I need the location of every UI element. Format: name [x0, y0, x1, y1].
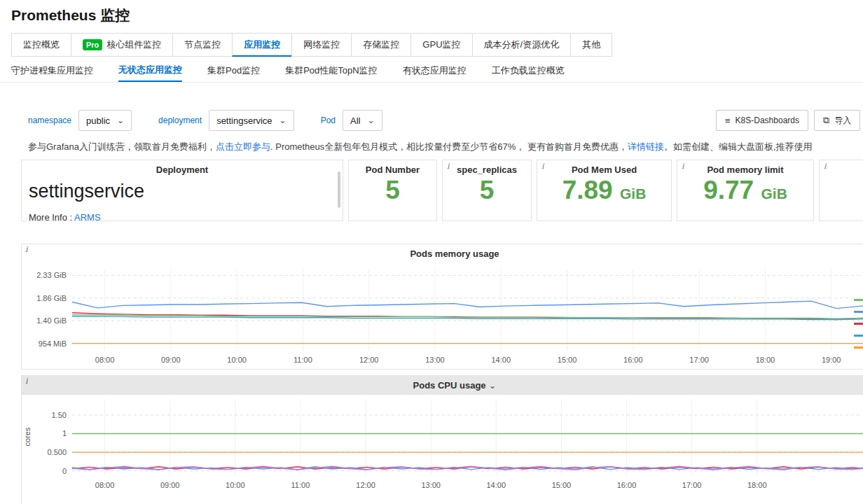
svg-text:13:00: 13:00 [425, 356, 445, 364]
deployment-select[interactable]: settingservice ⌄ [209, 110, 294, 131]
namespace-label[interactable]: namespace [28, 115, 71, 125]
info-icon[interactable]: i [682, 162, 684, 171]
svg-text:1: 1 [62, 429, 67, 438]
tab-daemonset-app[interactable]: 守护进程集应用监控 [11, 59, 93, 82]
tab-label: GPU监控 [422, 38, 460, 51]
hamburger-icon: ≡ [725, 115, 731, 126]
tab-overview[interactable]: 监控概览 [11, 33, 71, 57]
svg-text:15:00: 15:00 [558, 356, 577, 364]
stat-panel-partial: i [819, 160, 863, 221]
svg-text:15:00: 15:00 [552, 481, 572, 489]
variable-filter-bar: namespace public ⌄ deployment settingser… [28, 109, 382, 132]
tab-network-monitoring[interactable]: 网络监控 [291, 33, 352, 57]
tab-label: 存储监控 [363, 38, 399, 51]
pods-memory-usage-panel: i Pods memory usage 08:0009:0010:0011:00… [21, 244, 863, 370]
spec-replicas-value: 5 [443, 176, 531, 206]
info-icon[interactable]: i [25, 377, 28, 386]
mem-used-unit: GiB [620, 186, 646, 202]
tab-label: 工作负载监控概览 [492, 64, 565, 77]
tab-core-components[interactable]: Pro 核心组件监控 [71, 33, 173, 57]
tab-storage-monitoring[interactable]: 存储监控 [351, 33, 411, 57]
pods-cpu-usage-panel: i Pods CPU usage⌄ 08:0009:0010:0011:0012… [21, 375, 863, 504]
tab-label: 集群Pod性能TopN监控 [285, 64, 377, 77]
chevron-down-icon: ⌄ [367, 116, 374, 125]
tab-stateful-app[interactable]: 有状态应用监控 [403, 59, 467, 82]
info-icon[interactable]: i [25, 245, 28, 254]
notice-text: 。如需创建、编辑大盘面板,推荐使用 [664, 141, 813, 152]
tab-label: 核心组件监控 [106, 38, 161, 51]
pod-label[interactable]: Pod [321, 115, 336, 125]
stat-panel-mem-used: i Pod Mem Used 7.89 GiB [537, 160, 672, 221]
tab-cost-analysis[interactable]: 成本分析/资源优化 [472, 33, 572, 57]
stat-title: Pod Mem Used [537, 164, 671, 175]
svg-text:1.50: 1.50 [52, 411, 67, 419]
svg-text:08:00: 08:00 [95, 481, 115, 489]
tab-label: 成本分析/资源优化 [484, 38, 560, 51]
more-info-text: More Info : ARMS [29, 212, 101, 221]
tab-cluster-pod[interactable]: 集群Pod监控 [207, 59, 260, 82]
stat-title: Pod Number [349, 164, 436, 175]
cpu-chart-title[interactable]: Pods CPU usage⌄ [22, 376, 863, 396]
deployment-select-value: settingservice [216, 115, 272, 126]
svg-text:18:00: 18:00 [747, 481, 767, 489]
svg-text:09:00: 09:00 [160, 481, 180, 489]
deployment-label[interactable]: deployment [158, 115, 202, 125]
namespace-select[interactable]: public ⌄ [78, 110, 132, 131]
info-icon[interactable]: i [447, 162, 450, 171]
svg-text:14:00: 14:00 [491, 356, 511, 364]
tab-other[interactable]: 其他 [570, 33, 612, 57]
divider [0, 82, 863, 83]
svg-text:1.86 GiB: 1.86 GiB [36, 294, 67, 302]
cpu-panel-header[interactable]: i Pods CPU usage⌄ [22, 376, 863, 395]
svg-text:17:00: 17:00 [682, 481, 702, 489]
info-icon[interactable]: i [541, 162, 544, 171]
svg-text:11:00: 11:00 [294, 356, 312, 364]
tab-pod-topn[interactable]: 集群Pod性能TopN监控 [285, 59, 377, 82]
svg-text:0.500: 0.500 [47, 448, 67, 456]
secondary-tab-bar: 守护进程集应用监控 无状态应用监控 集群Pod监控 集群Pod性能TopN监控 … [11, 59, 565, 82]
tab-label: 守护进程集应用监控 [11, 64, 93, 77]
tab-app-monitoring[interactable]: 应用监控 [232, 33, 292, 57]
notice-text: 参与Grafana入门训练营，领取首月免费福利， [28, 141, 216, 152]
deployment-value: settingservice [29, 181, 343, 202]
k8s-dashboards-label: K8S-Dashboards [736, 115, 799, 125]
tab-label: 监控概览 [23, 38, 60, 51]
scrollbar-thumb[interactable] [338, 172, 340, 208]
import-button[interactable]: ⧉ 导入 [814, 110, 860, 131]
tab-gpu-monitoring[interactable]: GPU监控 [410, 33, 472, 57]
memory-chart-canvas[interactable]: 08:0009:0010:0011:0012:0013:0014:0015:00… [22, 264, 863, 368]
tab-workload-overview[interactable]: 工作负载监控概览 [492, 59, 565, 82]
external-link-icon: ⧉ [823, 115, 829, 126]
mem-limit-number: 9.77 [703, 176, 754, 204]
svg-text:16:00: 16:00 [623, 356, 643, 364]
svg-text:16:00: 16:00 [617, 481, 637, 489]
k8s-dashboards-button[interactable]: ≡ K8S-Dashboards [716, 110, 808, 131]
promo-notice: 参与Grafana入门训练营，领取首月免费福利，点击立即参与. Promethe… [28, 141, 813, 153]
svg-text:19:00: 19:00 [822, 356, 841, 364]
details-link[interactable]: 详情链接 [628, 141, 664, 152]
tab-label: 集群Pod监控 [207, 64, 260, 77]
pod-select-value: All [350, 115, 360, 126]
pod-select[interactable]: All ⌄ [343, 110, 382, 131]
stat-panel-mem-limit: i Pod memory limit 9.77 GiB [677, 160, 814, 221]
primary-tab-bar: 监控概览 Pro 核心组件监控 节点监控 应用监控 网络监控 存储监控 GPU监… [11, 33, 612, 57]
info-icon[interactable]: i [824, 162, 827, 171]
pro-badge: Pro [83, 39, 102, 50]
tab-label: 应用监控 [244, 38, 280, 51]
tab-node-monitoring[interactable]: 节点监控 [172, 33, 233, 57]
mem-limit-value: 9.77 GiB [677, 176, 813, 206]
cpu-chart-canvas[interactable]: 08:0009:0010:0011:0012:0013:0014:0015:00… [22, 395, 863, 493]
memory-panel-header[interactable]: i Pods memory usage [22, 244, 863, 264]
stat-title: Deployment [22, 164, 343, 175]
svg-text:17:00: 17:00 [689, 356, 709, 364]
mem-limit-unit: GiB [761, 186, 787, 202]
stat-panel-spec-replicas: i spec_replicas 5 [442, 160, 532, 221]
import-label: 导入 [834, 115, 851, 127]
tab-stateless-app[interactable]: 无状态应用监控 [118, 59, 182, 82]
stat-panel-deployment: Deployment settingservice More Info : AR… [21, 160, 343, 221]
namespace-select-value: public [86, 115, 110, 126]
svg-text:10:00: 10:00 [227, 356, 247, 364]
arms-link[interactable]: ARMS [74, 212, 101, 221]
join-now-link[interactable]: 点击立即参与 [216, 141, 270, 152]
stat-title: Pod memory limit [677, 164, 813, 175]
